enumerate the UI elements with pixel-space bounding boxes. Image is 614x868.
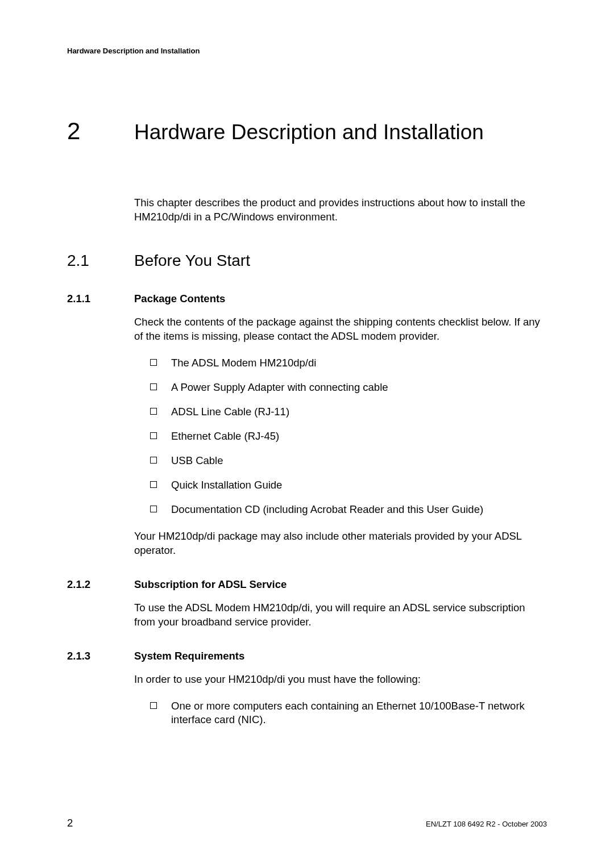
section-number: 2.1: [67, 252, 134, 270]
list-item: Documentation CD (including Acrobat Read…: [134, 503, 547, 517]
page-header: Hardware Description and Installation: [67, 47, 547, 55]
bullet-list: The ADSL Modem HM210dp/di A Power Supply…: [134, 356, 547, 517]
bullet-icon: [150, 481, 157, 488]
bullet-icon: [150, 702, 157, 709]
subsection-heading: 2.1.3 System Requirements: [67, 650, 547, 662]
section-heading: 2.1 Before You Start: [67, 252, 547, 270]
list-item: One or more computers each containing an…: [134, 699, 547, 728]
page-number: 2: [67, 817, 73, 829]
list-item: Ethernet Cable (RJ-45): [134, 429, 547, 444]
section-title: Before You Start: [134, 252, 250, 270]
chapter-title: Hardware Description and Installation: [134, 120, 484, 144]
bullet-icon: [150, 359, 157, 366]
subsection-title: System Requirements: [134, 650, 244, 662]
list-item-text: Quick Installation Guide: [171, 478, 547, 493]
bullet-icon: [150, 432, 157, 439]
subsection-intro-text: Check the contents of the package agains…: [134, 315, 547, 344]
list-item: Quick Installation Guide: [134, 478, 547, 493]
bullet-icon: [150, 457, 157, 464]
page-footer: 2 EN/LZT 108 6492 R2 - October 2003: [67, 817, 547, 829]
list-item: The ADSL Modem HM210dp/di: [134, 356, 547, 370]
bullet-icon: [150, 383, 157, 390]
list-item-text: ADSL Line Cable (RJ-11): [171, 405, 547, 419]
subsection-intro-text: In order to use your HM210dp/di you must…: [134, 673, 547, 687]
bullet-icon: [150, 506, 157, 512]
subsection-title: Subscription for ADSL Service: [134, 578, 287, 591]
subsection-outro-text: Your HM210dp/di package may also include…: [134, 529, 547, 558]
list-item-text: Ethernet Cable (RJ-45): [171, 429, 547, 444]
subsection-number: 2.1.1: [67, 293, 134, 305]
subsection-number: 2.1.3: [67, 650, 134, 662]
subsection-block: 2.1.1 Package Contents Check the content…: [67, 293, 547, 558]
chapter-number: 2: [67, 118, 134, 145]
list-item-text: Documentation CD (including Acrobat Read…: [171, 503, 547, 517]
document-info: EN/LZT 108 6492 R2 - October 2003: [426, 820, 547, 828]
chapter-intro-text: This chapter describes the product and p…: [134, 196, 547, 224]
subsection-heading: 2.1.2 Subscription for ADSL Service: [67, 578, 547, 591]
subsection-intro-text: To use the ADSL Modem HM210dp/di, you wi…: [134, 601, 547, 629]
subsection-block: 2.1.3 System Requirements In order to us…: [67, 650, 547, 728]
bullet-icon: [150, 408, 157, 415]
list-item-text: One or more computers each containing an…: [171, 699, 547, 728]
list-item: USB Cable: [134, 454, 547, 468]
list-item: A Power Supply Adapter with connecting c…: [134, 381, 547, 395]
bullet-list: One or more computers each containing an…: [134, 699, 547, 728]
chapter-heading: 2 Hardware Description and Installation: [67, 118, 547, 145]
list-item: ADSL Line Cable (RJ-11): [134, 405, 547, 419]
subsection-title: Package Contents: [134, 293, 225, 305]
subsection-number: 2.1.2: [67, 578, 134, 591]
document-page: Hardware Description and Installation 2 …: [0, 0, 614, 727]
subsection-heading: 2.1.1 Package Contents: [67, 293, 547, 305]
subsection-block: 2.1.2 Subscription for ADSL Service To u…: [67, 578, 547, 629]
list-item-text: The ADSL Modem HM210dp/di: [171, 356, 547, 370]
list-item-text: A Power Supply Adapter with connecting c…: [171, 381, 547, 395]
list-item-text: USB Cable: [171, 454, 547, 468]
